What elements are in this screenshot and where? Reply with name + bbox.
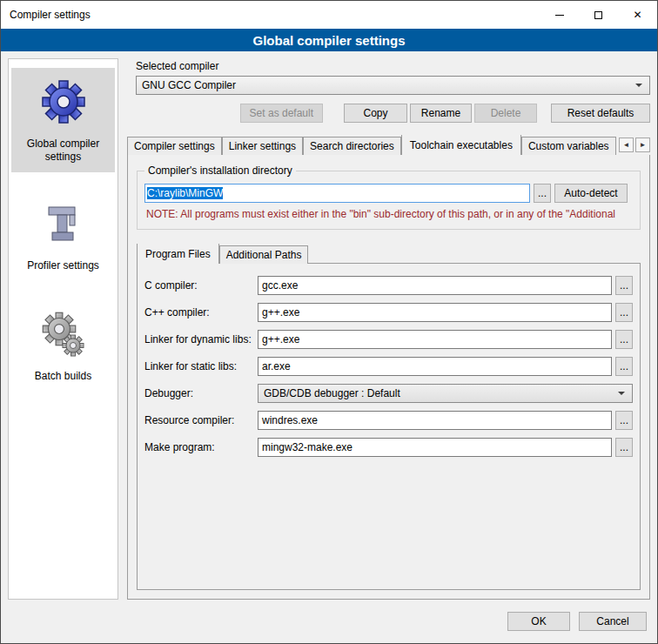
resource-compiler-input[interactable]: windres.exe xyxy=(258,411,612,430)
field-row-resource-compiler: Resource compiler: windres.exe ... xyxy=(144,411,633,430)
main-area: Selected compiler GNU GCC Compiler Set a… xyxy=(127,58,650,600)
sidebar-item-label: Global compiler settings xyxy=(15,138,111,164)
installation-directory-row: C:\raylib\MinGW ... Auto-detect xyxy=(144,184,628,203)
tab-scroll-right-icon[interactable]: ► xyxy=(635,138,650,152)
resource-compiler-label: Resource compiler: xyxy=(144,414,258,426)
debugger-dropdown[interactable]: GDB/CDB debugger : Default xyxy=(258,384,633,403)
window-title: Compiler settings xyxy=(1,9,540,21)
cancel-button[interactable]: Cancel xyxy=(579,612,647,631)
tab-additional-paths[interactable]: Additional Paths xyxy=(219,245,309,264)
program-files-tabstrip: Program Files Additional Paths xyxy=(137,244,641,264)
cpp-compiler-input[interactable]: g++.exe xyxy=(258,303,612,322)
titlebar: Compiler settings ✕ xyxy=(1,1,657,29)
copy-button[interactable]: Copy xyxy=(344,104,407,123)
cpp-compiler-label: C++ compiler: xyxy=(144,306,258,319)
browse-cpp-compiler-button[interactable]: ... xyxy=(615,303,633,322)
tab-custom-variables[interactable]: Custom variables xyxy=(521,137,616,155)
page-title: Global compiler settings xyxy=(1,29,657,51)
dynamic-linker-input[interactable]: g++.exe xyxy=(258,330,612,349)
set-as-default-button[interactable]: Set as default xyxy=(240,104,323,123)
sidebar-item-label: Batch builds xyxy=(35,370,91,383)
debugger-label: Debugger: xyxy=(144,387,258,399)
bin-subdirectory-note: NOTE: All programs must exist either in … xyxy=(146,208,628,220)
rename-button[interactable]: Rename xyxy=(410,104,472,123)
settings-tabstrip: Compiler settings Linker settings Search… xyxy=(127,135,650,155)
selected-compiler-value: GNU GCC Compiler xyxy=(142,79,236,91)
browse-dynamic-linker-button[interactable]: ... xyxy=(615,330,633,349)
settings-sidebar: Global compiler settings Profiler settin… xyxy=(8,58,118,600)
compiler-buttons-row: Set as default Copy Rename Delete Reset … xyxy=(127,104,650,123)
sidebar-item-profiler-settings[interactable]: Profiler settings xyxy=(11,193,115,281)
ok-button[interactable]: OK xyxy=(507,612,570,631)
c-compiler-label: C compiler: xyxy=(144,279,258,292)
tab-linker-settings[interactable]: Linker settings xyxy=(222,137,303,155)
dialog-content: Global compiler settings Profiler settin… xyxy=(1,51,657,607)
browse-directory-button[interactable]: ... xyxy=(534,184,551,203)
make-program-input[interactable]: mingw32-make.exe xyxy=(258,438,612,457)
auto-detect-button[interactable]: Auto-detect xyxy=(554,184,628,203)
selected-compiler-dropdown[interactable]: GNU GCC Compiler xyxy=(136,76,650,95)
sidebar-item-batch-builds[interactable]: Batch builds xyxy=(11,302,115,392)
selected-compiler-label: Selected compiler xyxy=(136,60,650,72)
field-row-dynamic-linker: Linker for dynamic libs: g++.exe ... xyxy=(144,330,633,349)
maximize-button[interactable] xyxy=(579,1,618,29)
reset-defaults-button[interactable]: Reset defaults xyxy=(551,104,650,123)
gear-blue-icon xyxy=(37,75,91,129)
maximize-icon xyxy=(594,11,602,19)
delete-button[interactable]: Delete xyxy=(474,104,537,123)
tab-toolchain-executables[interactable]: Toolchain executables xyxy=(401,135,521,155)
installation-directory-title: Compiler's installation directory xyxy=(144,164,296,177)
close-icon: ✕ xyxy=(633,10,641,20)
field-row-c-compiler: C compiler: gcc.exe ... xyxy=(144,276,633,295)
toolchain-executables-panel: Compiler's installation directory C:\ray… xyxy=(127,154,650,600)
installation-dir-input[interactable]: C:\raylib\MinGW xyxy=(144,184,530,203)
make-program-label: Make program: xyxy=(144,441,258,453)
browse-make-program-button[interactable]: ... xyxy=(615,438,633,457)
browse-resource-compiler-button[interactable]: ... xyxy=(615,411,633,430)
dialog-footer: OK Cancel xyxy=(1,607,657,643)
static-linker-label: Linker for static libs: xyxy=(144,360,258,372)
profiler-icon xyxy=(38,200,89,251)
field-row-debugger: Debugger: GDB/CDB debugger : Default xyxy=(144,384,633,403)
tab-program-files[interactable]: Program Files xyxy=(137,244,219,264)
debugger-value: GDB/CDB debugger : Default xyxy=(264,387,400,399)
tab-search-directories[interactable]: Search directories xyxy=(303,137,401,155)
minimize-button[interactable] xyxy=(540,1,579,29)
tab-scroll-buttons: ◄ ► xyxy=(616,135,650,155)
compiler-settings-dialog: Compiler settings ✕ Global compiler sett… xyxy=(0,0,658,644)
field-row-static-linker: Linker for static libs: ar.exe ... xyxy=(144,357,633,376)
installation-dir-value: C:\raylib\MinGW xyxy=(147,187,223,199)
dynamic-linker-label: Linker for dynamic libs: xyxy=(144,333,258,345)
close-button[interactable]: ✕ xyxy=(618,1,657,29)
browse-c-compiler-button[interactable]: ... xyxy=(615,276,633,295)
c-compiler-input[interactable]: gcc.exe xyxy=(258,276,612,295)
program-files-panel: C compiler: gcc.exe ... C++ compiler: g+… xyxy=(137,263,641,590)
field-row-make-program: Make program: mingw32-make.exe ... xyxy=(144,438,633,457)
installation-directory-groupbox: Compiler's installation directory C:\ray… xyxy=(137,171,641,230)
field-row-cpp-compiler: C++ compiler: g++.exe ... xyxy=(144,303,633,322)
static-linker-input[interactable]: ar.exe xyxy=(258,357,612,376)
minimize-icon xyxy=(555,15,564,16)
tab-compiler-settings[interactable]: Compiler settings xyxy=(127,137,222,155)
batch-builds-icon xyxy=(37,309,90,361)
sidebar-item-global-compiler-settings[interactable]: Global compiler settings xyxy=(11,68,115,172)
sidebar-item-label: Profiler settings xyxy=(27,259,99,272)
browse-static-linker-button[interactable]: ... xyxy=(615,357,633,376)
tab-scroll-left-icon[interactable]: ◄ xyxy=(619,138,634,152)
